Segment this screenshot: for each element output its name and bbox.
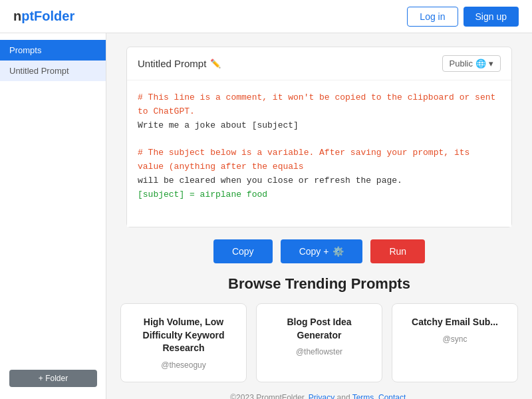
- sidebar-item-untitled[interactable]: Untitled Prompt: [0, 61, 106, 81]
- sidebar: Prompts Untitled Prompt + Folder: [0, 33, 106, 399]
- code-line-3: will be cleared when you close or refres…: [138, 174, 501, 188]
- prompt-title-text: Untitled Prompt: [138, 58, 206, 69]
- layout: Prompts Untitled Prompt + Folder Untitle…: [0, 33, 532, 399]
- add-folder-button[interactable]: + Folder: [9, 370, 97, 387]
- chevron-down-icon: ▾: [489, 59, 493, 68]
- browse-section: Browse Trending Prompts High Volume, Low…: [126, 275, 512, 382]
- edit-icon[interactable]: ✏️: [210, 59, 221, 68]
- globe-icon: 🌐: [475, 59, 486, 68]
- footer-terms-link[interactable]: Terms: [352, 393, 374, 399]
- trending-card-1[interactable]: High Volume, Low Difficulty Keyword Rese…: [120, 303, 247, 382]
- code-line-2: Write me a joke about [subject]: [138, 119, 501, 133]
- comment-line-2: # The subject below is a variable. After…: [138, 146, 501, 174]
- code-editor[interactable]: # This line is a comment, it won't be co…: [127, 80, 511, 227]
- trending-cards: High Volume, Low Difficulty Keyword Rese…: [126, 303, 512, 382]
- navbar: nptFolder Log in Sign up: [0, 0, 532, 33]
- copy-plus-button[interactable]: Copy + ⚙️: [281, 239, 363, 263]
- signup-button[interactable]: Sign up: [464, 7, 519, 27]
- prompt-card-header: Untitled Prompt ✏️ Public 🌐 ▾: [127, 47, 511, 80]
- trending-card-author-3: @sync: [403, 334, 507, 344]
- visibility-label: Public: [450, 59, 473, 68]
- login-button[interactable]: Log in: [407, 7, 458, 27]
- prompt-card: Untitled Prompt ✏️ Public 🌐 ▾ # This lin…: [126, 47, 512, 227]
- browse-title: Browse Trending Prompts: [126, 275, 512, 293]
- trending-card-author-1: @theseoguy: [132, 360, 235, 370]
- action-buttons: Copy Copy + ⚙️ Run: [213, 239, 425, 263]
- trending-card-author-2: @theflowster: [267, 347, 371, 356]
- chatgpt-icon: ⚙️: [332, 246, 344, 257]
- variable-line: [subject] = airplane food: [138, 188, 501, 202]
- trending-card-title-1: High Volume, Low Difficulty Keyword Rese…: [132, 316, 235, 355]
- brand-logo: nptFolder: [13, 9, 74, 24]
- footer-copyright: ©2023 PromptFolder.: [230, 393, 306, 399]
- run-button[interactable]: Run: [370, 239, 425, 263]
- brand-text: ptFolder: [21, 9, 74, 23]
- footer-privacy-link[interactable]: Privacy: [309, 393, 334, 399]
- blank-line: [138, 132, 501, 146]
- trending-card-title-2: Blog Post Idea Generator: [267, 316, 371, 342]
- trending-card-3[interactable]: Catchy Email Sub... @sync: [392, 303, 518, 382]
- footer-and: and: [337, 393, 352, 399]
- navbar-actions: Log in Sign up: [407, 7, 519, 27]
- main-content: Untitled Prompt ✏️ Public 🌐 ▾ # This lin…: [106, 33, 532, 399]
- visibility-button[interactable]: Public 🌐 ▾: [442, 55, 501, 72]
- footer-contact-link[interactable]: Contact: [378, 393, 406, 399]
- copy-button[interactable]: Copy: [213, 239, 273, 263]
- sidebar-section-prompts[interactable]: Prompts: [0, 40, 106, 61]
- trending-card-2[interactable]: Blog Post Idea Generator @theflowster: [256, 303, 382, 382]
- trending-card-title-3: Catchy Email Sub...: [403, 316, 507, 329]
- prompt-title: Untitled Prompt ✏️: [138, 58, 221, 69]
- comment-line-1: # This line is a comment, it won't be co…: [138, 91, 501, 119]
- footer: ©2023 PromptFolder. Privacy and Terms. C…: [126, 382, 512, 399]
- copy-plus-label: Copy +: [299, 246, 329, 257]
